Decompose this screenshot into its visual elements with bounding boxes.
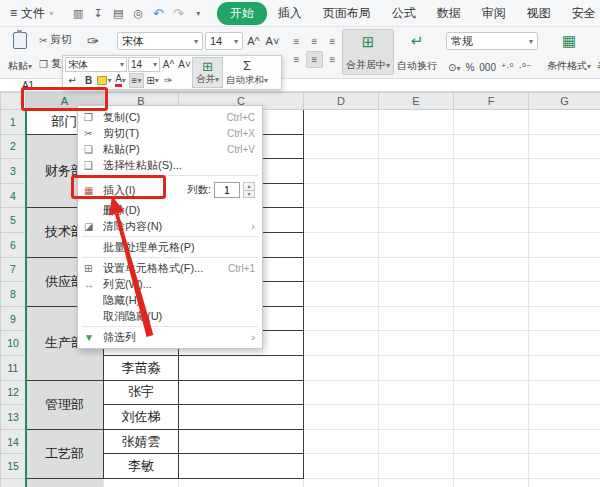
mini-size-select[interactable]: 14 ▾ <box>128 57 160 72</box>
menu-item-paste[interactable]: ❏ 粘贴(P) Ctrl+V <box>78 141 262 157</box>
row-header[interactable]: 16 <box>1 478 26 487</box>
insert-count-stepper[interactable]: ▲ ▼ <box>243 182 255 198</box>
wrap-text-button[interactable]: ↵ 自动换行 <box>394 29 440 75</box>
col-header-G[interactable]: G <box>529 93 600 110</box>
cell[interactable] <box>454 429 529 454</box>
menu-item-filter-column[interactable]: ▼ 筛选列 › <box>78 329 262 345</box>
row-header[interactable]: 11 <box>1 355 26 380</box>
cell[interactable] <box>529 405 600 430</box>
cell[interactable] <box>26 478 104 487</box>
cell[interactable] <box>529 306 600 331</box>
merge-center-button[interactable]: ⊞ 合并居中▾ <box>342 29 394 75</box>
cell-name[interactable]: 刘佐梯 <box>104 405 179 430</box>
col-header-F[interactable]: F <box>454 93 529 110</box>
cell-name[interactable]: 李苗淼 <box>104 355 179 380</box>
row-header[interactable]: 3 <box>1 159 26 184</box>
cell[interactable] <box>529 429 600 454</box>
tab-home[interactable]: 开始 <box>217 2 267 25</box>
row-header[interactable]: 1 <box>1 110 26 135</box>
increase-font-icon[interactable]: A^ <box>161 57 176 72</box>
font-name-select[interactable]: 宋体 ▾ <box>117 32 203 50</box>
row-header[interactable]: 8 <box>1 282 26 307</box>
decrease-font-icon[interactable]: A˅ <box>264 33 281 50</box>
cell[interactable] <box>454 454 529 479</box>
align-left-icon[interactable]: ≡ <box>288 51 305 68</box>
cell[interactable] <box>529 257 600 282</box>
borders-button[interactable]: ⊞▾ <box>145 73 160 88</box>
cell[interactable] <box>304 110 379 135</box>
align-center-icon[interactable]: ≡ <box>306 51 323 68</box>
cut-button[interactable]: ✂ 剪切 <box>36 32 75 48</box>
align-top-icon[interactable]: ≡ <box>288 33 305 50</box>
row-header[interactable]: 2 <box>1 134 26 159</box>
cell-dept-management[interactable]: 管理部 <box>26 380 104 429</box>
cell[interactable] <box>304 478 379 487</box>
cell[interactable] <box>379 331 454 356</box>
row-header[interactable]: 10 <box>1 331 26 356</box>
format-painter-icon[interactable]: ✑ <box>161 73 176 88</box>
currency-format-icon[interactable]: ⊙▾ <box>448 62 460 73</box>
table-style-button[interactable]: ▥ 表格样式 <box>594 29 600 75</box>
print-preview-icon[interactable]: ◎ <box>130 4 147 22</box>
cell[interactable] <box>529 183 600 208</box>
decrease-decimal-icon[interactable]: ·⁰⁻ <box>519 62 532 73</box>
undo-icon[interactable]: ↶ <box>150 4 167 22</box>
font-color-button[interactable]: A▾ <box>113 73 128 88</box>
cell[interactable] <box>379 355 454 380</box>
menu-item-batch-process[interactable]: 批量处理单元格(P) <box>78 239 262 255</box>
row-header[interactable]: 5 <box>1 208 26 233</box>
cell[interactable] <box>379 380 454 405</box>
row-header[interactable]: 13 <box>1 405 26 430</box>
increase-decimal-icon[interactable]: ⁺·⁰ <box>501 62 514 73</box>
comma-format-icon[interactable]: 000 <box>479 62 496 73</box>
row-header[interactable]: 15 <box>1 454 26 479</box>
row-header[interactable]: 6 <box>1 232 26 257</box>
conditional-format-button[interactable]: ▦ 条件格式▾ <box>544 29 594 75</box>
cell[interactable] <box>304 454 379 479</box>
percent-format-icon[interactable]: % <box>465 62 474 73</box>
tab-insert[interactable]: 插入 <box>268 3 312 24</box>
align-center-button[interactable]: ≡▾ <box>129 73 144 88</box>
col-header-E[interactable]: E <box>379 93 454 110</box>
cell[interactable] <box>304 257 379 282</box>
cell[interactable] <box>304 232 379 257</box>
number-format-select[interactable]: 常规 ▾ <box>446 32 538 50</box>
cell[interactable] <box>379 257 454 282</box>
quick-access-more-icon[interactable]: ▾ <box>190 4 207 22</box>
menu-item-insert[interactable]: ▦ 插入(I) 列数: ▲ ▼ <box>78 178 262 202</box>
menu-item-delete[interactable]: 删除(D) <box>78 202 262 218</box>
mini-autosum-button[interactable]: Σ 自动求和▾ <box>223 57 271 88</box>
cell[interactable] <box>529 282 600 307</box>
cell[interactable] <box>454 380 529 405</box>
cell-name[interactable]: 张宇 <box>104 380 179 405</box>
cell-dept-craft[interactable]: 工艺部 <box>26 429 104 478</box>
cell[interactable] <box>529 331 600 356</box>
select-all-corner[interactable] <box>1 93 26 110</box>
cell[interactable] <box>529 134 600 159</box>
tab-review[interactable]: 审阅 <box>472 3 516 24</box>
menu-item-format-cells[interactable]: ⊞ 设置单元格格式(F)... Ctrl+1 <box>78 260 262 276</box>
cell[interactable] <box>454 331 529 356</box>
cell[interactable] <box>379 208 454 233</box>
mini-font-select[interactable]: 宋体 ▾ <box>65 57 127 72</box>
tab-page-layout[interactable]: 页面布局 <box>313 3 381 24</box>
cell[interactable] <box>304 159 379 184</box>
cell[interactable] <box>529 159 600 184</box>
cell[interactable] <box>454 405 529 430</box>
cell[interactable] <box>179 380 304 405</box>
cell[interactable] <box>379 232 454 257</box>
cell-name[interactable]: 张婧雲 <box>104 429 179 454</box>
cell-name[interactable]: 李敏 <box>104 454 179 479</box>
cell[interactable] <box>179 405 304 430</box>
fill-color-button[interactable]: ▾ <box>97 73 112 88</box>
tab-security[interactable]: 安全 <box>562 3 600 24</box>
save-icon[interactable]: ▥ <box>70 4 87 22</box>
col-header-D[interactable]: D <box>304 93 379 110</box>
cell[interactable] <box>179 454 304 479</box>
tab-view[interactable]: 视图 <box>517 3 561 24</box>
row-header[interactable]: 4 <box>1 183 26 208</box>
menu-item-copy[interactable]: ❐ 复制(C) Ctrl+C <box>78 109 262 125</box>
cell[interactable] <box>379 134 454 159</box>
cell[interactable] <box>454 257 529 282</box>
align-bottom-icon[interactable]: ≡ <box>324 33 341 50</box>
